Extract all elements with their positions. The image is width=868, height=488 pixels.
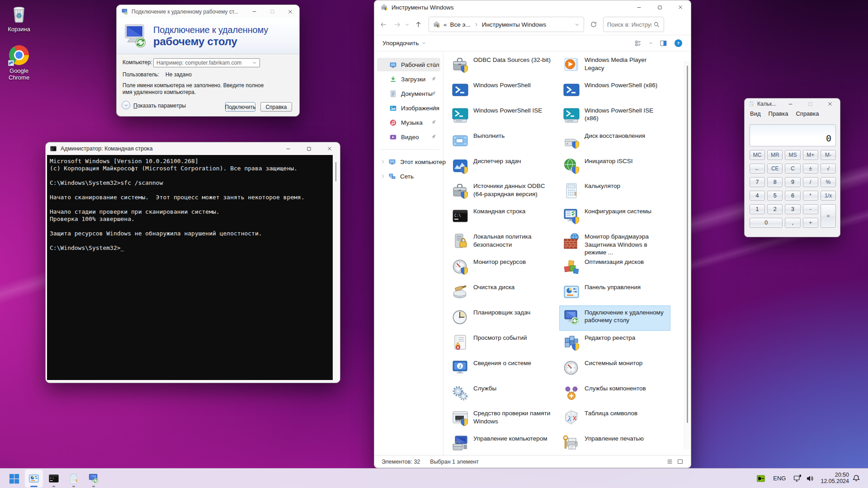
tool-item[interactable]: Очистка диска bbox=[448, 280, 559, 305]
computer-combobox[interactable]: Например: computer.fabrikam.com bbox=[153, 58, 260, 67]
calc-key[interactable]: MS bbox=[785, 150, 800, 160]
calc-key[interactable]: ± bbox=[803, 164, 818, 174]
calc-key[interactable]: 4 bbox=[750, 191, 765, 201]
tool-item[interactable]: Службы компонентов bbox=[559, 381, 670, 407]
calc-key[interactable]: / bbox=[803, 177, 818, 187]
minimize-button[interactable] bbox=[628, 0, 649, 14]
help-button[interactable]: Справка bbox=[260, 102, 292, 112]
calculator-titlebar[interactable]: Кальк... bbox=[745, 99, 840, 109]
organize-menu[interactable]: Упорядочить bbox=[382, 40, 426, 47]
maximize-button[interactable] bbox=[298, 142, 319, 155]
tool-item[interactable]: Управление компьютером bbox=[448, 432, 559, 457]
tool-item[interactable]: Конфигурация системы bbox=[559, 204, 670, 230]
network-icon[interactable] bbox=[793, 474, 802, 483]
close-button[interactable] bbox=[670, 0, 691, 14]
calc-key[interactable]: = bbox=[821, 204, 836, 228]
tool-item[interactable]: iСведения о системе bbox=[448, 356, 559, 381]
tool-item[interactable]: Оптимизация дисков bbox=[559, 255, 670, 280]
tool-item[interactable]: C:\Командная строка bbox=[448, 204, 559, 230]
calc-key[interactable]: 1/x bbox=[821, 191, 836, 201]
taskbar-remote-desktop[interactable] bbox=[85, 469, 103, 488]
sidebar-item[interactable]: Рабочий стол bbox=[377, 58, 440, 71]
help-button[interactable]: ? bbox=[674, 39, 683, 47]
close-button[interactable] bbox=[281, 5, 299, 18]
calc-menu-item[interactable]: Правка bbox=[769, 110, 788, 117]
tool-item[interactable]: λТаблица символов bbox=[559, 406, 670, 432]
tool-item[interactable]: Локальная политика безопасности bbox=[448, 230, 559, 255]
notification-bell-icon[interactable]: z bbox=[852, 474, 861, 483]
calc-menu-item[interactable]: Справка bbox=[796, 110, 819, 117]
calc-key[interactable]: MR bbox=[767, 150, 783, 160]
calc-key[interactable]: 1 bbox=[750, 204, 765, 214]
tool-item[interactable]: Windows Media Player Legacy bbox=[559, 53, 670, 78]
icons-view-button[interactable] bbox=[677, 458, 684, 465]
sidebar-item[interactable]: Изображения bbox=[377, 101, 440, 115]
scrollbar[interactable] bbox=[684, 61, 690, 450]
search-box[interactable]: Поиск в: Инструменты Wi... bbox=[603, 17, 664, 32]
maximize-button[interactable] bbox=[649, 0, 670, 14]
calc-key[interactable]: , bbox=[785, 218, 800, 228]
tool-item[interactable]: Планировщик задач bbox=[448, 305, 559, 331]
tool-item[interactable]: Инициатор iSCSI bbox=[559, 154, 670, 179]
tool-item[interactable]: Windows PowerShell (x86) bbox=[559, 78, 670, 103]
close-button[interactable] bbox=[319, 142, 340, 155]
calc-key[interactable]: 2 bbox=[767, 204, 783, 214]
tool-item[interactable]: Windows PowerShell bbox=[448, 78, 559, 103]
tool-item[interactable]: Редактор реестра bbox=[559, 331, 670, 356]
calc-key[interactable]: 8 bbox=[767, 177, 783, 187]
show-options-button[interactable] bbox=[122, 101, 130, 109]
tool-item[interactable]: Управление печатью bbox=[559, 432, 670, 457]
calc-key[interactable]: 7 bbox=[750, 177, 765, 187]
tool-item[interactable]: Панель управления bbox=[559, 280, 670, 305]
tool-item[interactable]: Службы bbox=[448, 381, 559, 407]
tool-item[interactable]: Средство проверки памяти Windows bbox=[448, 406, 559, 432]
close-button[interactable] bbox=[820, 99, 840, 109]
view-options-chevron[interactable] bbox=[649, 41, 653, 45]
tool-item[interactable]: Windows PowerShell ISE (x86) bbox=[559, 103, 670, 129]
taskbar-windows-tools[interactable] bbox=[25, 469, 43, 488]
sidebar-item[interactable]: Загрузки bbox=[377, 72, 440, 86]
show-options-label[interactable]: Показать параметры bbox=[133, 103, 186, 109]
calc-key[interactable]: 3 bbox=[785, 204, 800, 214]
calc-key[interactable]: + bbox=[803, 218, 818, 228]
breadcrumb-current[interactable]: Инструменты Windows bbox=[482, 21, 547, 28]
calc-key[interactable]: 0 bbox=[750, 218, 783, 228]
maximize-button[interactable] bbox=[263, 5, 281, 18]
cmd-scrollbar[interactable] bbox=[333, 155, 339, 380]
maximize-button[interactable] bbox=[800, 99, 820, 109]
calc-key[interactable]: MC bbox=[750, 150, 765, 160]
tool-item[interactable]: Диск восстановления bbox=[559, 129, 670, 154]
calc-key[interactable]: 9 bbox=[785, 177, 800, 187]
tool-item[interactable]: ODBC Data Sources (32-bit) bbox=[448, 53, 559, 78]
calc-key[interactable]: 5 bbox=[767, 191, 783, 201]
sidebar-item[interactable]: Видео bbox=[377, 130, 440, 144]
calc-key[interactable]: M+ bbox=[803, 150, 818, 160]
tool-item[interactable]: Подключение к удаленному рабочему столу bbox=[559, 305, 670, 331]
tool-item[interactable]: Просмотр событий bbox=[448, 331, 559, 356]
calc-menu-item[interactable]: Вид bbox=[750, 110, 761, 117]
sidebar-item[interactable]: Документы bbox=[377, 87, 440, 100]
calc-key[interactable]: - bbox=[803, 204, 818, 214]
scrollbar-thumb[interactable] bbox=[687, 66, 688, 423]
tool-item[interactable]: Выполнить bbox=[448, 129, 559, 154]
tool-item[interactable]: Калькулятор bbox=[559, 179, 670, 204]
taskbar-command-prompt[interactable]: C:\ bbox=[45, 469, 63, 488]
clock[interactable]: 20:5012.05.2024 bbox=[821, 472, 849, 484]
calc-key[interactable]: C bbox=[785, 164, 800, 174]
nvidia-tray-icon[interactable] bbox=[756, 474, 765, 483]
calc-key[interactable]: % bbox=[821, 177, 836, 187]
tool-item[interactable]: Монитор ресурсов bbox=[448, 255, 559, 280]
forward-button[interactable] bbox=[393, 21, 401, 28]
address-bar[interactable]: « Все э... Инструменты Windows bbox=[429, 17, 584, 32]
tool-item[interactable]: Диспетчер задач bbox=[448, 154, 559, 179]
calc-key[interactable]: M- bbox=[821, 150, 836, 160]
recent-locations-chevron[interactable] bbox=[405, 22, 410, 27]
tool-item[interactable]: Монитор брандмауэра Защитника Windows в … bbox=[559, 230, 670, 255]
preview-pane-button[interactable] bbox=[660, 39, 667, 47]
up-button[interactable] bbox=[415, 21, 422, 28]
cmd-scrollbar-thumb[interactable] bbox=[335, 162, 336, 181]
taskbar-start[interactable] bbox=[5, 469, 23, 488]
tools-titlebar[interactable]: Инструменты Windows bbox=[374, 0, 691, 14]
calc-key[interactable]: ← bbox=[750, 164, 765, 174]
minimize-button[interactable] bbox=[780, 99, 800, 109]
